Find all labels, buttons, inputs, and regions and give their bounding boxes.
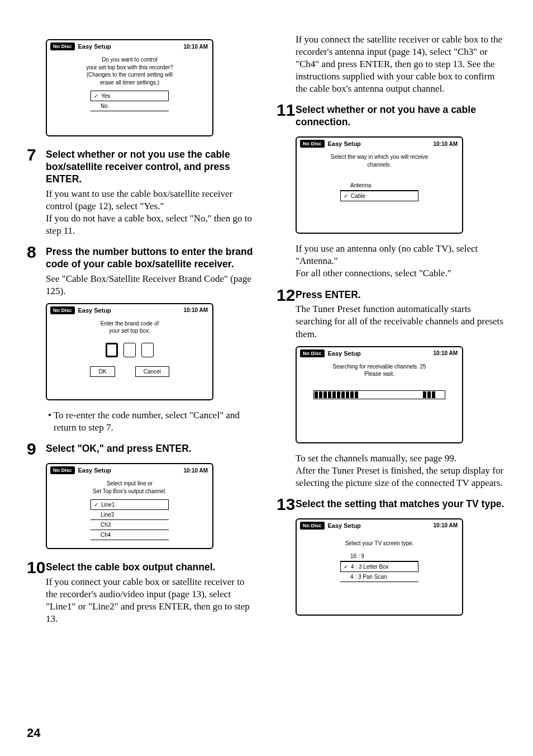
osd-option-ch4[interactable]: Ch4 — [91, 530, 169, 540]
osd-prompt-line: your set top box with this recorder? — [86, 64, 173, 72]
osd-disc-chip: No Disc — [50, 466, 75, 474]
continuation-text: If you connect the satellite receiver or… — [296, 34, 506, 95]
osd-prompt-line: Enter the brand code of — [101, 320, 159, 328]
step-number: 10 — [27, 559, 46, 576]
osd-panel-brand-code: No Disc Easy Setup 10:10 AM Enter the br… — [46, 303, 213, 400]
osd-disc-chip: No Disc — [50, 306, 75, 314]
osd-prompt-line: channels. — [331, 161, 429, 169]
osd-prompt-line: Select the way in which you will receive — [331, 153, 429, 161]
osd-option-16-9[interactable]: 16 : 9 — [340, 551, 418, 561]
step-text: If you use an antenna only (no cable TV)… — [296, 243, 506, 267]
step-7: 7 Select whether or not you use the cabl… — [27, 147, 256, 237]
osd-prompt-line: Select your TV screen type. — [345, 540, 414, 547]
step-number: 8 — [27, 244, 46, 261]
osd-time: 10:10 AM — [183, 307, 208, 313]
step-13: 13 Select the setting that matches your … — [277, 496, 506, 513]
note-bullet: To re-enter the code number, select "Can… — [46, 409, 256, 434]
osd-digit-box[interactable] — [123, 343, 136, 357]
step-heading: Select the cable box output channel. — [46, 561, 256, 574]
osd-prompt: Searching for receivable channels. 25 Pl… — [332, 363, 426, 378]
osd-title: Easy Setup — [328, 350, 361, 357]
step-heading: Select "OK," and press ENTER. — [46, 443, 256, 455]
osd-prompt-line: Set Top Box's output channel. — [93, 488, 166, 495]
step-text: If you connect your cable box or satelli… — [46, 576, 256, 625]
osd-option-antenna[interactable]: Antenna — [340, 181, 418, 191]
step-heading: Select the setting that matches your TV … — [296, 498, 506, 511]
osd-prompt: Select the way in which you will receive… — [331, 153, 429, 168]
osd-disc-chip: No Disc — [50, 42, 75, 50]
osd-panel-input-line: No Disc Easy Setup 10:10 AM Select input… — [46, 463, 213, 549]
step-number: 12 — [277, 287, 296, 304]
osd-digit-entry[interactable] — [106, 343, 154, 357]
osd-ok-button[interactable]: OK — [90, 366, 115, 377]
osd-panel-step6: No Disc Easy Setup 10:10 AM Do you want … — [46, 39, 213, 136]
osd-option-ch3[interactable]: Ch3 — [91, 520, 169, 530]
osd-progress-bar — [313, 390, 445, 399]
osd-option-no[interactable]: No — [91, 101, 169, 111]
step-text: For all other connections, select "Cable… — [296, 267, 506, 280]
step-number: 13 — [277, 496, 296, 513]
step-text: If you want to use the cable box/satelli… — [46, 188, 256, 212]
osd-prompt: Do you want to control your set top box … — [86, 56, 173, 86]
step-heading: Press ENTER. — [296, 289, 506, 301]
step-12: 12 Press ENTER. The Tuner Preset functio… — [277, 287, 506, 341]
osd-title: Easy Setup — [328, 522, 361, 529]
step-9: 9 Select "OK," and press ENTER. — [27, 441, 256, 457]
osd-digit-box[interactable] — [106, 343, 118, 357]
step-number: 9 — [27, 441, 46, 457]
osd-option-4-3-letterbox[interactable]: 4 : 3 Letter Box — [340, 561, 418, 572]
page-number: 24 — [27, 726, 40, 740]
osd-prompt: Select input line or Set Top Box's outpu… — [93, 480, 166, 495]
osd-titlebar: No Disc Easy Setup 10:10 AM — [47, 464, 212, 475]
step-number: 11 — [277, 102, 296, 119]
step-text: See "Cable Box/Satellite Receiver Brand … — [46, 273, 256, 297]
osd-panel-searching: No Disc Easy Setup 10:10 AM Searching fo… — [296, 346, 463, 443]
osd-digit-box[interactable] — [141, 343, 154, 357]
step-text: The Tuner Preset function automatically … — [296, 303, 506, 340]
osd-prompt: Select your TV screen type. — [345, 540, 414, 547]
osd-prompt-line: your set top box. — [101, 327, 159, 335]
osd-option-yes[interactable]: Yes — [91, 91, 169, 101]
osd-title: Easy Setup — [78, 307, 111, 314]
osd-time: 10:10 AM — [433, 522, 458, 528]
osd-prompt-line: (Changes to the current setting will — [86, 71, 173, 79]
osd-disc-chip: No Disc — [300, 140, 325, 148]
step-number: 7 — [27, 147, 46, 163]
osd-title: Easy Setup — [78, 467, 111, 474]
step-text: To set the channels manually, see page 9… — [296, 452, 506, 465]
osd-title: Easy Setup — [78, 43, 111, 50]
step-text: After the Tuner Preset is finished, the … — [296, 465, 506, 489]
osd-option-4-3-panscan[interactable]: 4 : 3 Pan Scan — [340, 572, 418, 582]
osd-panel-tv-type: No Disc Easy Setup 10:10 AM Select your … — [296, 518, 463, 616]
step-heading: Press the number buttons to enter the br… — [46, 246, 256, 271]
osd-titlebar: No Disc Easy Setup 10:10 AM — [297, 138, 462, 149]
osd-disc-chip: No Disc — [300, 349, 325, 357]
osd-prompt-line: Select input line or — [93, 480, 166, 488]
osd-title: Easy Setup — [328, 140, 361, 147]
osd-titlebar: No Disc Easy Setup 10:10 AM — [47, 40, 212, 51]
osd-cancel-button[interactable]: Cancel — [135, 366, 169, 377]
osd-time: 10:10 AM — [183, 44, 208, 50]
osd-prompt: Enter the brand code of your set top box… — [101, 320, 159, 335]
osd-prompt-line: erase all timer settings.) — [86, 79, 173, 87]
osd-disc-chip: No Disc — [300, 522, 325, 530]
osd-prompt-line: Do you want to control — [86, 56, 173, 64]
step-heading: Select whether or not you use the cable … — [46, 149, 256, 186]
osd-option-line2[interactable]: Line2 — [91, 510, 169, 520]
osd-titlebar: No Disc Easy Setup 10:10 AM — [47, 304, 212, 315]
osd-time: 10:10 AM — [433, 350, 458, 356]
osd-prompt-line: Searching for receivable channels. 25 — [332, 363, 426, 371]
osd-prompt-line: Please wait. — [332, 370, 426, 378]
step-heading: Select whether or not you have a cable c… — [296, 104, 506, 129]
step-10: 10 Select the cable box output channel. … — [27, 559, 256, 625]
step-11: 11 Select whether or not you have a cabl… — [277, 102, 506, 131]
osd-time: 10:10 AM — [433, 141, 458, 147]
osd-option-line1[interactable]: Line1 — [91, 499, 169, 510]
osd-option-cable[interactable]: Cable — [340, 191, 418, 201]
step-text: If you do not have a cable box, select "… — [46, 212, 256, 237]
step-8: 8 Press the number buttons to enter the … — [27, 244, 256, 297]
osd-titlebar: No Disc Easy Setup 10:10 AM — [297, 519, 462, 531]
osd-panel-receive-channels: No Disc Easy Setup 10:10 AM Select the w… — [296, 136, 463, 234]
osd-time: 10:10 AM — [183, 467, 208, 474]
osd-titlebar: No Disc Easy Setup 10:10 AM — [297, 347, 462, 358]
